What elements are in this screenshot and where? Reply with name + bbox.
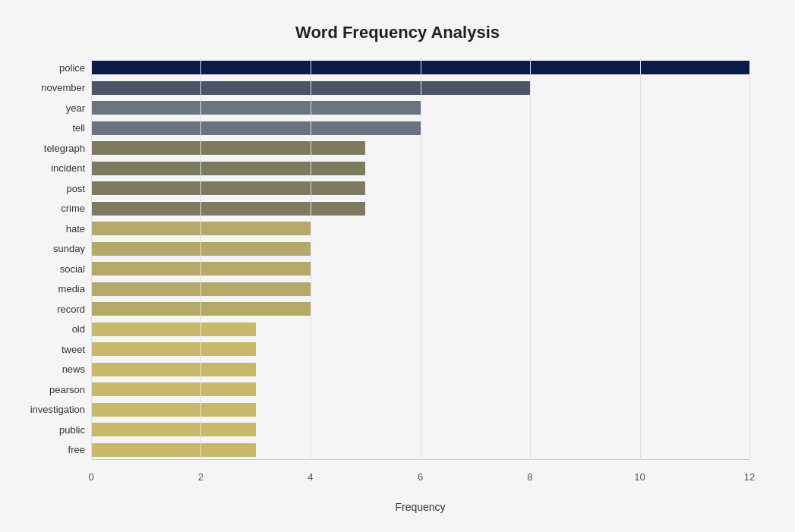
bar-label: public	[2, 424, 85, 436]
bar	[91, 443, 256, 457]
bar	[91, 403, 256, 417]
grid-line	[311, 58, 311, 460]
bar	[91, 423, 256, 436]
bar-label: incident	[2, 162, 85, 174]
bar-label: year	[2, 102, 85, 114]
bar-label: hate	[2, 223, 85, 235]
bar-label: telegraph	[2, 143, 85, 154]
bar-label: tell	[2, 122, 85, 134]
grid-line	[91, 58, 92, 460]
bar-label: free	[2, 444, 85, 455]
grid-line	[640, 58, 641, 460]
chart-container: Word Frequency Analysis policenovemberye…	[0, 0, 795, 532]
grid-line	[749, 58, 750, 460]
bar	[91, 162, 365, 175]
bar-label: investigation	[2, 404, 85, 415]
bar-label: november	[2, 82, 85, 93]
grid-line	[530, 58, 531, 460]
x-axis-label: Frequency	[395, 501, 445, 513]
x-tick-label: 6	[418, 471, 423, 483]
grid-line	[421, 58, 421, 460]
x-tick-label: 12	[744, 471, 755, 483]
bar	[91, 363, 256, 376]
chart-title: Word Frequency Analysis	[46, 23, 749, 42]
bar-label: police	[2, 62, 85, 74]
grid-line	[200, 58, 201, 460]
bar	[91, 121, 421, 135]
x-tick-label: 4	[308, 471, 313, 483]
x-tick-label: 8	[527, 471, 532, 483]
bar	[91, 141, 365, 155]
bar	[91, 382, 256, 396]
bar	[91, 323, 256, 336]
bar-label: record	[2, 304, 85, 315]
x-tick-label: 0	[88, 471, 93, 483]
bar-label: old	[2, 323, 85, 335]
bar-label: post	[2, 183, 85, 194]
bar-label: media	[2, 283, 85, 294]
bar-label: news	[2, 364, 85, 375]
x-tick-label: 2	[198, 471, 203, 483]
x-axis: Frequency 024681012	[91, 460, 749, 483]
bar-label: sunday	[2, 243, 85, 254]
chart-area: policenovemberyeartelltelegraphincidentp…	[91, 58, 749, 483]
bar	[91, 101, 421, 115]
bar	[91, 202, 365, 216]
bar-label: pearson	[2, 384, 85, 395]
bar-label: tweet	[2, 344, 85, 355]
bar-label: social	[2, 263, 85, 275]
bar	[91, 342, 256, 356]
bar-label: crime	[2, 203, 85, 214]
bar	[91, 181, 365, 195]
x-tick-label: 10	[634, 471, 645, 483]
